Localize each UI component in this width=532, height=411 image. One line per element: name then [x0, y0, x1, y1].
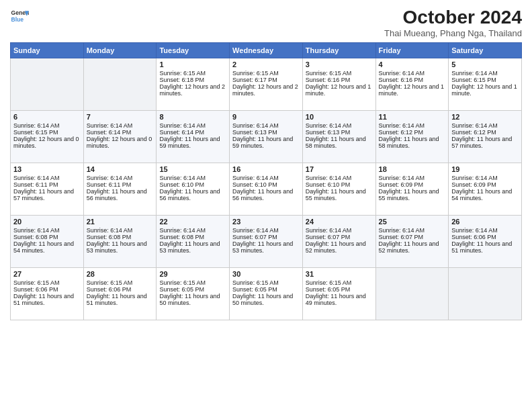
- daylight-text: Daylight: 12 hours and 0 minutes.: [13, 136, 81, 149]
- day-number: 10: [306, 113, 373, 121]
- day-number: 1: [159, 60, 226, 68]
- calendar-cell: 22Sunrise: 6:14 AMSunset: 6:08 PMDayligh…: [157, 216, 230, 268]
- daylight-text: Daylight: 11 hours and 56 minutes.: [159, 188, 226, 201]
- sunset-text: Sunset: 6:11 PM: [13, 181, 81, 188]
- sunset-text: Sunset: 6:10 PM: [232, 181, 300, 188]
- sunrise-text: Sunrise: 6:14 AM: [159, 175, 226, 181]
- day-number: 25: [379, 218, 446, 226]
- calendar-cell: 9Sunrise: 6:14 AMSunset: 6:13 PMDaylight…: [230, 111, 303, 163]
- sunrise-text: Sunrise: 6:14 AM: [87, 122, 154, 129]
- calendar-cell: 1Sunrise: 6:15 AMSunset: 6:18 PMDaylight…: [157, 58, 230, 111]
- daylight-text: Daylight: 11 hours and 59 minutes.: [159, 136, 226, 149]
- daylight-text: Daylight: 11 hours and 58 minutes.: [306, 136, 373, 149]
- day-number: 31: [306, 270, 373, 278]
- sunset-text: Sunset: 6:10 PM: [306, 181, 373, 188]
- daylight-text: Daylight: 11 hours and 53 minutes.: [232, 240, 300, 254]
- sunrise-text: Sunrise: 6:15 AM: [159, 279, 226, 286]
- day-number: 14: [87, 165, 154, 173]
- sunrise-text: Sunrise: 6:15 AM: [306, 70, 373, 77]
- sunset-text: Sunset: 6:05 PM: [159, 286, 226, 293]
- sunrise-text: Sunrise: 6:15 AM: [306, 279, 373, 286]
- page: General Blue October 2024 Thai Mueang, P…: [0, 0, 532, 411]
- sunset-text: Sunset: 6:12 PM: [451, 129, 519, 136]
- daylight-text: Daylight: 11 hours and 54 minutes.: [13, 240, 81, 254]
- calendar-cell: 2Sunrise: 6:15 AMSunset: 6:17 PMDaylight…: [230, 58, 303, 111]
- calendar-cell: 5Sunrise: 6:14 AMSunset: 6:15 PMDaylight…: [449, 58, 522, 111]
- sunset-text: Sunset: 6:06 PM: [451, 234, 519, 240]
- day-number: 2: [232, 60, 300, 68]
- day-number: 3: [306, 60, 373, 68]
- sunrise-text: Sunrise: 6:14 AM: [159, 227, 226, 234]
- calendar-cell: 28Sunrise: 6:15 AMSunset: 6:06 PMDayligh…: [83, 268, 157, 320]
- col-header-thursday: Thursday: [302, 43, 375, 58]
- calendar-cell: 10Sunrise: 6:14 AMSunset: 6:13 PMDayligh…: [302, 111, 375, 163]
- calendar-cell: 8Sunrise: 6:14 AMSunset: 6:14 PMDaylight…: [157, 111, 230, 163]
- daylight-text: Daylight: 11 hours and 50 minutes.: [232, 293, 300, 306]
- sunrise-text: Sunrise: 6:14 AM: [13, 122, 81, 129]
- daylight-text: Daylight: 12 hours and 0 minutes.: [87, 136, 154, 149]
- title-area: October 2024 Thai Mueang, Phang Nga, Tha…: [384, 7, 522, 38]
- daylight-text: Daylight: 12 hours and 2 minutes.: [232, 83, 300, 97]
- daylight-text: Daylight: 11 hours and 57 minutes.: [451, 136, 519, 149]
- day-number: 24: [306, 218, 373, 226]
- sunset-text: Sunset: 6:15 PM: [13, 129, 81, 136]
- day-number: 5: [451, 60, 519, 68]
- day-number: 27: [13, 270, 81, 278]
- sunset-text: Sunset: 6:09 PM: [451, 181, 519, 188]
- sunrise-text: Sunrise: 6:14 AM: [379, 175, 446, 181]
- week-row-4: 20Sunrise: 6:14 AMSunset: 6:08 PMDayligh…: [11, 216, 522, 268]
- sunset-text: Sunset: 6:16 PM: [379, 77, 446, 83]
- sunrise-text: Sunrise: 6:14 AM: [306, 175, 373, 181]
- sunset-text: Sunset: 6:07 PM: [232, 234, 300, 240]
- daylight-text: Daylight: 11 hours and 53 minutes.: [87, 240, 154, 254]
- sunset-text: Sunset: 6:08 PM: [13, 234, 81, 240]
- col-header-tuesday: Tuesday: [157, 43, 230, 58]
- subtitle: Thai Mueang, Phang Nga, Thailand: [384, 28, 522, 38]
- daylight-text: Daylight: 12 hours and 1 minute.: [451, 83, 519, 97]
- col-header-friday: Friday: [375, 43, 449, 58]
- calendar-cell: 26Sunrise: 6:14 AMSunset: 6:06 PMDayligh…: [449, 216, 522, 268]
- calendar-cell: 3Sunrise: 6:15 AMSunset: 6:16 PMDaylight…: [302, 58, 375, 111]
- calendar-cell: 19Sunrise: 6:14 AMSunset: 6:09 PMDayligh…: [449, 163, 522, 216]
- daylight-text: Daylight: 12 hours and 1 minute.: [379, 83, 446, 97]
- daylight-text: Daylight: 11 hours and 58 minutes.: [379, 136, 446, 149]
- daylight-text: Daylight: 11 hours and 52 minutes.: [379, 240, 446, 254]
- daylight-text: Daylight: 11 hours and 55 minutes.: [379, 188, 446, 201]
- day-number: 18: [379, 165, 446, 173]
- calendar-cell: 7Sunrise: 6:14 AMSunset: 6:14 PMDaylight…: [83, 111, 157, 163]
- sunrise-text: Sunrise: 6:14 AM: [451, 227, 519, 234]
- daylight-text: Daylight: 11 hours and 56 minutes.: [232, 188, 300, 201]
- calendar-cell: 12Sunrise: 6:14 AMSunset: 6:12 PMDayligh…: [449, 111, 522, 163]
- day-number: 17: [306, 165, 373, 173]
- week-row-1: 1Sunrise: 6:15 AMSunset: 6:18 PMDaylight…: [11, 58, 522, 111]
- sunrise-text: Sunrise: 6:14 AM: [232, 122, 300, 129]
- sunset-text: Sunset: 6:14 PM: [87, 129, 154, 136]
- calendar-cell: 14Sunrise: 6:14 AMSunset: 6:11 PMDayligh…: [83, 163, 157, 216]
- daylight-text: Daylight: 11 hours and 57 minutes.: [13, 188, 81, 201]
- calendar-cell: 23Sunrise: 6:14 AMSunset: 6:07 PMDayligh…: [230, 216, 303, 268]
- sunset-text: Sunset: 6:10 PM: [159, 181, 226, 188]
- svg-text:Blue: Blue: [11, 16, 24, 23]
- sunset-text: Sunset: 6:08 PM: [87, 234, 154, 240]
- day-number: 4: [379, 60, 446, 68]
- calendar-cell: 31Sunrise: 6:15 AMSunset: 6:05 PMDayligh…: [302, 268, 375, 320]
- day-number: 12: [451, 113, 519, 121]
- sunset-text: Sunset: 6:09 PM: [379, 181, 446, 188]
- daylight-text: Daylight: 11 hours and 51 minutes.: [451, 240, 519, 254]
- day-number: 20: [13, 218, 81, 226]
- sunrise-text: Sunrise: 6:14 AM: [451, 70, 519, 77]
- sunset-text: Sunset: 6:06 PM: [13, 286, 81, 293]
- day-number: 30: [232, 270, 300, 278]
- sunrise-text: Sunrise: 6:15 AM: [232, 70, 300, 77]
- sunset-text: Sunset: 6:17 PM: [232, 77, 300, 83]
- sunset-text: Sunset: 6:18 PM: [159, 77, 226, 83]
- sunset-text: Sunset: 6:11 PM: [87, 181, 154, 188]
- sunset-text: Sunset: 6:05 PM: [306, 286, 373, 293]
- col-header-sunday: Sunday: [11, 43, 84, 58]
- day-number: 7: [87, 113, 154, 121]
- day-number: 23: [232, 218, 300, 226]
- main-title: October 2024: [384, 7, 522, 28]
- calendar-cell: [11, 58, 84, 111]
- sunset-text: Sunset: 6:13 PM: [306, 129, 373, 136]
- sunset-text: Sunset: 6:16 PM: [306, 77, 373, 83]
